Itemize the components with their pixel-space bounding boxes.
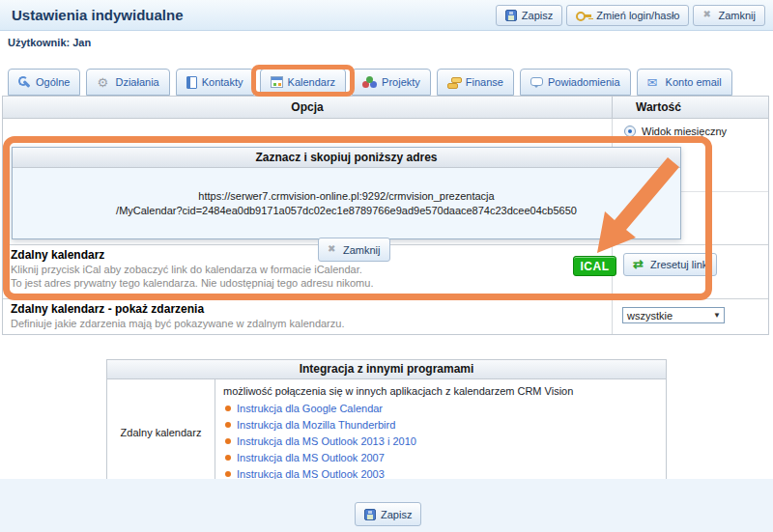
table-row-remote-events: Zdalny kalendarz - pokaż zdarzenia Defin… — [3, 298, 768, 334]
dropdown-arrow-icon: ▼ — [713, 311, 721, 320]
page-title: Ustawienia indywidualne — [8, 7, 184, 23]
save-button-label: Zapisz — [522, 10, 553, 21]
shapes-icon — [362, 76, 377, 88]
header-bar: Ustawienia indywidualne Zapisz Zmień log… — [0, 0, 773, 31]
copy-address-popup: Zaznacz i skopiuj poniższy adres https:/… — [12, 147, 681, 239]
toolbar: Zapisz Zmień login/hasło Zamknij — [496, 5, 765, 26]
popup-close-button-label: Zamknij — [343, 244, 381, 256]
ms-outlook-2007-instruction-link[interactable]: Instrukcja dla MS Outlook 2007 — [237, 452, 385, 463]
tab-label: Konto email — [666, 76, 722, 88]
bullet-icon — [225, 455, 231, 461]
tab-ogolne[interactable]: Ogólne — [8, 69, 80, 96]
mozilla-thunderbird-instruction-link[interactable]: Instrukcja dla Mozilla Thunderbird — [237, 419, 395, 431]
option-description: Kliknij przycisk iCal aby zobaczyć link … — [11, 263, 604, 276]
individual-settings-window: Ustawienia indywidualne Zapisz Zmień log… — [0, 0, 773, 532]
tab-kontakty[interactable]: Kontakty — [176, 69, 254, 96]
envelope-icon — [647, 76, 661, 89]
column-header-option: Opcja — [3, 97, 612, 118]
change-login-button-label: Zmień login/hasło — [596, 10, 679, 21]
integration-content: możliwość połączenia się w innych aplika… — [215, 379, 666, 486]
integration-intro-text: możliwość połączenia się w innych aplika… — [223, 384, 658, 398]
calendar-url-line2: /MyCalendar?cid=2484ea0db9171a057dc02ec1… — [116, 205, 577, 216]
bullet-icon — [225, 422, 231, 428]
option-description: To jest adres prywatny tego kalendarza. … — [11, 276, 604, 290]
tab-label: Powiadomienia — [548, 76, 620, 88]
list-item: Instrukcja dla Mozilla Thunderbird — [223, 416, 658, 433]
floppy-disk-icon — [505, 10, 517, 21]
list-item: Instrukcja dla MS Outlook 2007 — [223, 449, 658, 465]
address-book-icon — [186, 76, 197, 89]
tab-kalendarz[interactable]: Kalendarz — [260, 69, 347, 96]
tab-projekty[interactable]: Projekty — [352, 69, 431, 96]
speech-bubble-icon — [530, 77, 543, 86]
coins-icon — [447, 76, 461, 88]
save-button-bottom[interactable]: Zapisz — [355, 502, 421, 526]
radio-label: Widok miesięczny — [642, 126, 727, 137]
option-cell: Zdalny kalendarz Kliknij przycisk iCal a… — [3, 245, 612, 298]
key-icon — [576, 11, 591, 20]
tab-konto-email[interactable]: Konto email — [637, 69, 732, 96]
column-header-value: Wartość — [612, 97, 768, 118]
settings-tab-bar: Ogólne Działania Kontakty Kalendarz Proj… — [8, 68, 732, 96]
value-cell: wszystkie ▼ — [612, 299, 768, 334]
tab-label: Projekty — [382, 76, 420, 88]
bullet-icon — [225, 406, 231, 411]
list-item: Instrukcja dla MS Outlook 2013 i 2010 — [223, 433, 658, 449]
floppy-disk-icon — [364, 509, 376, 520]
ms-outlook-2013-2010-instruction-link[interactable]: Instrukcja dla MS Outlook 2013 i 2010 — [237, 435, 416, 447]
bullet-icon — [225, 438, 231, 444]
option-cell: Zdalny kalendarz - pokaż zdarzenia Defin… — [3, 299, 612, 334]
gear-icon — [97, 76, 110, 89]
popup-body: https://serwer7.crmvision-online.pl:9292… — [13, 168, 680, 238]
save-button-bottom-label: Zapisz — [381, 509, 412, 520]
radio-button-selected[interactable] — [624, 126, 636, 137]
save-button[interactable]: Zapisz — [496, 5, 562, 26]
option-description: Definiuje jakie zdarzenia mają być pokaz… — [11, 317, 604, 330]
options-table-header: Opcja Wartość — [3, 97, 768, 119]
calendar-url-line1: https://serwer7.crmvision-online.pl:9292… — [198, 190, 494, 202]
refresh-icon — [633, 259, 645, 270]
integration-table-title: Integracja z innymi programami — [107, 360, 666, 379]
tab-label: Ogólne — [36, 76, 70, 88]
close-button[interactable]: Zamknij — [693, 5, 765, 26]
bullet-icon — [225, 471, 231, 477]
reset-link-button-label: Zresetuj link — [650, 259, 707, 270]
integration-table-body: Zdalny kalendarz możliwość połączenia si… — [107, 379, 666, 486]
option-title: Zdalny kalendarz — [11, 248, 604, 263]
events-dropdown-value: wszystkie — [627, 310, 673, 322]
reset-link-button[interactable]: Zresetuj link — [623, 253, 717, 276]
calendar-icon — [271, 76, 283, 88]
ms-outlook-2003-instruction-link[interactable]: Instrukcja dla MS Outlook 2003 — [237, 468, 385, 480]
popup-close-button[interactable]: Zamknij — [318, 238, 390, 262]
tab-label: Kalendarz — [288, 76, 336, 88]
current-user-label: Użytkownik: Jan — [8, 37, 91, 48]
tab-label: Kontakty — [202, 76, 243, 88]
google-calendar-instruction-link[interactable]: Instrukcja dla Google Calendar — [237, 403, 383, 414]
option-title: Zdalny kalendarz - pokaż zdarzenia — [11, 302, 604, 317]
close-icon — [328, 244, 338, 255]
close-button-label: Zamknij — [718, 10, 756, 21]
events-dropdown[interactable]: wszystkie ▼ — [622, 307, 725, 323]
close-icon — [702, 10, 713, 20]
integration-row-label: Zdalny kalendarz — [107, 379, 215, 486]
ical-button[interactable]: ICAL — [573, 256, 616, 276]
tab-dzialania[interactable]: Działania — [86, 69, 169, 96]
wrench-icon — [18, 76, 31, 89]
change-login-password-button[interactable]: Zmień login/hasło — [566, 5, 689, 26]
instruction-links: Instrukcja dla Google Calendar Instrukcj… — [223, 400, 658, 482]
monthly-view-option: Widok miesięczny — [613, 119, 768, 137]
tab-label: Finanse — [466, 76, 503, 88]
tab-label: Działania — [115, 76, 158, 88]
integration-table: Integracja z innymi programami Zdalny ka… — [106, 359, 667, 487]
tab-powiadomienia[interactable]: Powiadomienia — [520, 69, 631, 96]
list-item: Instrukcja dla Google Calendar — [223, 400, 658, 416]
popup-title: Zaznacz i skopiuj poniższy adres — [13, 148, 680, 168]
tab-finanse[interactable]: Finanse — [437, 69, 514, 96]
